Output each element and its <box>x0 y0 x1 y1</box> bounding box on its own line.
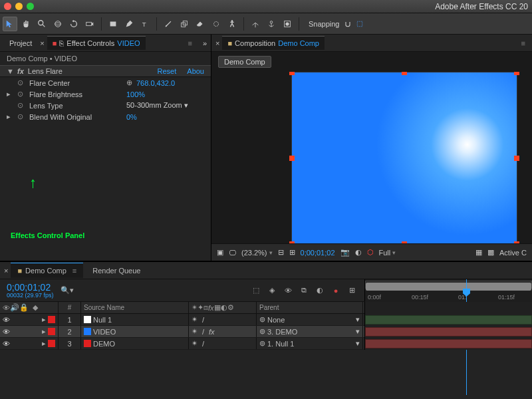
layer-row[interactable]: 👁▸ 1 Null 1 ✴/ ⊚ None▾ <box>0 314 364 326</box>
anchor-tool[interactable] <box>264 17 279 31</box>
resolution-dropdown[interactable]: Full <box>379 249 396 257</box>
pickwhip-icon[interactable]: ⊚ <box>259 315 265 324</box>
graph-editor-icon[interactable]: ⊞ <box>346 285 358 297</box>
param-lens-type[interactable]: ⊙ Lens Type 50-300mm Zoom ▾ <box>0 100 211 111</box>
display-icon[interactable]: 🖵 <box>229 249 236 257</box>
view2-icon[interactable]: ▩ <box>487 248 494 257</box>
svg-point-0 <box>39 20 43 25</box>
roto-tool[interactable] <box>209 17 223 31</box>
zoom-dropdown[interactable]: (23.2%) <box>241 249 273 257</box>
shy-icon[interactable]: 👁 <box>282 285 294 297</box>
zoom-tool[interactable] <box>35 17 49 31</box>
close-icon[interactable] <box>4 3 11 10</box>
close-tab-icon[interactable]: × <box>4 267 8 275</box>
lock-header-icon: 🔒 <box>19 303 29 312</box>
svg-point-9 <box>214 21 219 26</box>
view1-icon[interactable]: ▦ <box>475 248 482 257</box>
type-tool[interactable]: T <box>138 17 152 31</box>
tab-timeline-comp[interactable]: ■ Demo Comp ≡ <box>11 263 83 278</box>
mask-tool[interactable] <box>280 17 295 31</box>
rotation-tool[interactable] <box>66 17 81 31</box>
effect-controls-panel: Project × ■ ⎘ Effect Controls VIDEO ≡ » … <box>0 35 211 261</box>
svg-rect-14 <box>357 21 362 27</box>
draft3d-icon[interactable]: ◈ <box>266 285 278 297</box>
frame-blend-icon[interactable]: ⧉ <box>298 285 310 297</box>
effect-header[interactable]: ▼ fx Lens Flare Reset Abou <box>0 65 211 77</box>
tab-effect-controls[interactable]: ■ ⎘ Effect Controls VIDEO <box>47 36 146 50</box>
annotation: ↑ Effects Control Panel <box>11 174 84 239</box>
arrow-up-icon: ↑ <box>29 174 37 192</box>
pen-tool[interactable] <box>122 17 136 31</box>
axis-tool[interactable] <box>248 17 263 31</box>
search-icon[interactable]: 🔍▾ <box>61 286 74 295</box>
speaker-header-icon: 🔊 <box>10 303 19 312</box>
clone-tool[interactable] <box>177 17 192 31</box>
orbit-tool[interactable] <box>51 17 65 31</box>
pickwhip-icon[interactable]: ⊚ <box>259 327 265 336</box>
layer-row[interactable]: 👁▸ 3 DEMO ✴/ ⊚ 1. Null 1▾ <box>0 338 364 350</box>
timeline-timecode[interactable]: 0;00;01;02 <box>7 283 54 292</box>
close-tab-icon[interactable]: × <box>40 39 44 47</box>
close-tab-icon[interactable]: × <box>215 39 219 47</box>
brush-tool[interactable] <box>161 17 176 31</box>
comp-flowchart-icon[interactable]: ⬚ <box>250 285 262 297</box>
hand-tool[interactable] <box>19 17 33 31</box>
timeline-frameinfo: 00032 (29.97 fps) <box>7 292 54 299</box>
effect-breadcrumb: Demo Comp • VIDEO <box>0 52 211 65</box>
rectangle-tool[interactable] <box>106 17 120 31</box>
eraser-tool[interactable] <box>193 17 207 31</box>
brainstorm-icon[interactable]: ● <box>330 285 342 297</box>
reset-button[interactable]: Reset <box>158 67 177 75</box>
maximize-icon[interactable] <box>27 3 34 10</box>
minimize-icon[interactable] <box>15 3 23 10</box>
pickwhip-icon[interactable]: ⊚ <box>259 339 265 348</box>
viewer-timecode[interactable]: 0;00;01;02 <box>301 249 335 257</box>
window-controls <box>4 3 34 10</box>
tab-render-queue[interactable]: Render Queue <box>86 263 147 278</box>
param-flare-center[interactable]: ⊙ Flare Center ⊕ 768.0,432.0 <box>0 77 211 88</box>
motion-blur-icon[interactable]: ◐ <box>314 285 326 297</box>
svg-point-11 <box>270 21 273 23</box>
param-blend[interactable]: ▸⊙ Blend With Original 0% <box>0 111 211 122</box>
svg-rect-4 <box>86 22 92 25</box>
viewer-footer: ▣ 🖵 (23.2%) ⊟ ⊞ 0;00;01;02 📷 ◐ ⬡ Full ▦ … <box>211 243 532 261</box>
svg-text:T: T <box>142 21 146 28</box>
visibility-toggle[interactable]: 👁 <box>3 340 10 348</box>
panel-menu-icon[interactable]: ≡ <box>519 39 528 47</box>
selection-tool[interactable] <box>3 17 17 31</box>
svg-point-13 <box>285 22 289 25</box>
resolution-icon[interactable]: ⊟ <box>278 248 284 257</box>
comp-breadcrumb[interactable]: Demo Comp <box>218 56 271 68</box>
svg-point-3 <box>55 23 61 25</box>
time-ruler[interactable]: 0:00f 00:15f 01: 01:15f <box>365 279 532 302</box>
tab-project[interactable]: Project <box>4 37 37 50</box>
camera-tool[interactable] <box>82 17 97 31</box>
toolbar: T Snapping <box>0 13 532 35</box>
visibility-toggle[interactable]: 👁 <box>3 328 10 336</box>
snapshot-icon[interactable]: 📷 <box>340 248 350 257</box>
layer-row[interactable]: 👁▸ 2 VIDEO ✴/fx ⊚ 3. DEMO▾ <box>0 326 364 338</box>
about-button[interactable]: Abou <box>187 67 204 75</box>
grid-icon[interactable]: ⊞ <box>289 248 295 257</box>
puppet-tool[interactable] <box>225 17 239 31</box>
channels-icon[interactable]: ◐ <box>355 248 362 257</box>
viewer-canvas[interactable] <box>211 72 532 243</box>
view-mode[interactable]: Active C <box>499 249 527 257</box>
svg-point-2 <box>55 21 61 27</box>
visibility-toggle[interactable]: 👁 <box>3 316 10 324</box>
composition-panel: × ■ Composition Demo Comp ≡ Demo Comp ▣ … <box>211 35 532 261</box>
render-icon[interactable]: ▣ <box>217 248 223 257</box>
app-title: Adobe After Effects CC 20 <box>435 2 528 11</box>
color-mgmt-icon[interactable]: ⬡ <box>367 248 374 257</box>
overflow-icon[interactable]: » <box>203 39 207 47</box>
svg-line-1 <box>43 24 45 27</box>
svg-point-10 <box>231 20 233 22</box>
timeline-panel: × ■ Demo Comp ≡ Render Queue 0;00;01;02 … <box>0 261 532 399</box>
tab-composition[interactable]: ■ Composition Demo Comp <box>222 36 325 50</box>
column-headers: 👁 🔊 🔒 ◆ # Source Name ✴✦⧈fx▦◐⚙ Parent <box>0 302 364 314</box>
snapping-toggle[interactable]: Snapping <box>309 20 364 28</box>
param-flare-brightness[interactable]: ▸⊙ Flare Brightness 100% <box>0 88 211 100</box>
snapping-label: Snapping <box>309 20 340 28</box>
panel-menu-icon[interactable]: ≡ <box>185 39 194 47</box>
track-area[interactable] <box>364 302 532 350</box>
